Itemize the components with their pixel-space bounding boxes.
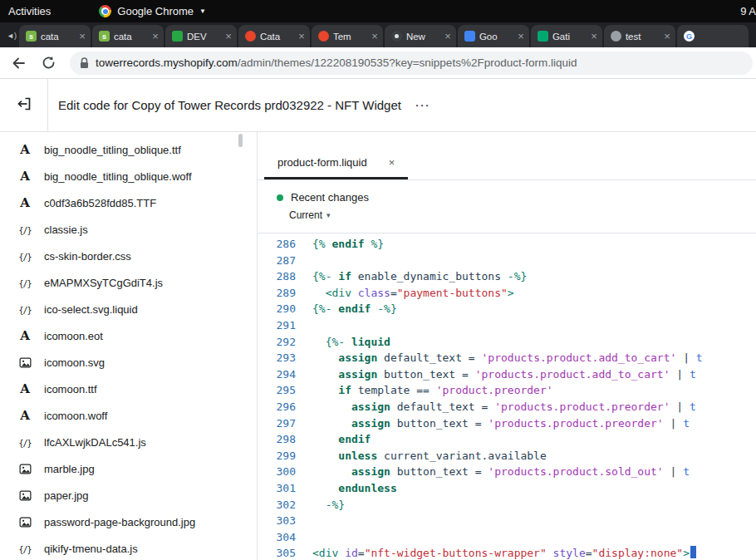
back-button[interactable] [7, 52, 30, 75]
tab-close-icon[interactable]: × [591, 31, 597, 42]
file-list: Abig_noodle_titling_oblique.ttfAbig_nood… [0, 132, 257, 560]
line-number: 297 [258, 415, 306, 432]
file-item[interactable]: {/}classie.js [0, 216, 257, 243]
token [312, 417, 351, 430]
image-file-icon [15, 463, 35, 475]
browser-tab[interactable]: Goo× [458, 25, 529, 47]
file-item[interactable]: Aicomoon.woff [0, 402, 257, 429]
browser-tab[interactable]: Tem× [312, 25, 383, 47]
file-name: password-page-background.jpg [44, 516, 195, 528]
token: unless [338, 449, 377, 462]
browser-tab[interactable]: Gati× [531, 25, 602, 47]
sidebar-scrollbar[interactable] [238, 134, 243, 147]
editor-tab-product-form[interactable]: product-form.liquid × [264, 146, 408, 179]
font-file-icon: A [15, 328, 35, 343]
browser-tab[interactable]: New× [385, 25, 456, 47]
tab-title: DEV [187, 32, 221, 42]
code-text: <div id="nft-widget-buttons-wrapper" sty… [306, 545, 756, 560]
screen: Activities Google Chrome ▼ 9 A ◄) scata×… [0, 0, 756, 560]
line-number: 298 [258, 431, 306, 448]
file-name: marble.jpg [44, 463, 95, 475]
code-line: 289 <div class="payment-buttons"> [258, 285, 756, 302]
close-icon[interactable]: × [389, 156, 395, 169]
code-text: unless current_variant.available [306, 448, 756, 464]
token: = [358, 547, 365, 559]
token [312, 384, 338, 396]
token: current_variant.available [377, 449, 547, 462]
token: -%} [508, 270, 527, 282]
tab-close-icon[interactable]: × [518, 31, 524, 42]
file-item[interactable]: {/}ico-select.svg.liquid [0, 296, 257, 322]
token: t [690, 368, 696, 381]
system-top-bar: Activities Google Chrome ▼ 9 A [0, 0, 756, 22]
browser-tab[interactable]: scata× [92, 25, 164, 47]
token: t [690, 400, 696, 413]
file-item[interactable]: password-page-background.jpg [0, 508, 257, 535]
code-line: 301 endunless [258, 480, 756, 497]
active-app-menu[interactable]: Google Chrome ▼ [99, 5, 206, 17]
line-number: 296 [258, 399, 306, 415]
token: {%- [312, 302, 338, 315]
file-item[interactable]: {/}lfcAXLwjkDALc541.js [0, 429, 257, 455]
back-arrow-icon [10, 55, 27, 71]
tab-title: Cata [260, 32, 294, 42]
file-item[interactable]: Aicomoon.eot [0, 322, 257, 349]
file-item[interactable]: {/}qikify-tmenu-data.js [0, 535, 257, 560]
browser-tab[interactable]: test× [604, 25, 675, 47]
exit-code-editor-button[interactable] [12, 92, 36, 118]
image-file-glyph [19, 489, 32, 502]
token [312, 433, 338, 445]
code-text: -%} [306, 497, 756, 513]
tab-close-icon[interactable]: × [371, 31, 378, 42]
tab-close-icon[interactable]: × [664, 31, 670, 42]
line-number: 287 [258, 253, 306, 269]
browser-tab[interactable]: scata× [19, 25, 91, 47]
tab-close-icon[interactable]: × [79, 31, 86, 42]
code-file-icon: {/} [15, 247, 35, 266]
browser-tab[interactable]: G [677, 25, 749, 47]
token: > [683, 547, 690, 559]
tab-close-icon[interactable]: × [298, 31, 305, 42]
browser-tab[interactable]: DEV× [165, 25, 237, 47]
recent-changes-label: Recent changes [291, 191, 369, 204]
tab-close-icon[interactable]: × [444, 31, 451, 42]
tab-close-icon[interactable]: × [225, 31, 232, 42]
browser-tab[interactable]: Cata× [238, 25, 310, 47]
file-item[interactable]: marble.jpg [0, 455, 257, 482]
code-line: 291 [258, 317, 756, 334]
editor-tab-label: product-form.liquid [277, 156, 367, 169]
token: = [390, 287, 397, 299]
version-dropdown[interactable]: Current ▾ [289, 209, 756, 221]
token [312, 400, 351, 413]
line-number: 303 [258, 513, 306, 529]
file-item[interactable]: Abig_noodle_titling_oblique.ttf [0, 136, 257, 163]
file-item[interactable]: icomoon.svg [0, 349, 257, 376]
reload-button[interactable] [37, 52, 60, 75]
more-actions-button[interactable]: ⋯ [415, 79, 430, 131]
token: 'products.product.add_to_cart' [482, 351, 677, 364]
file-item[interactable]: {/}cs-skin-border.css [0, 243, 257, 269]
address-bar[interactable]: towerrecords.myshopify.com/admin/themes/… [70, 52, 753, 75]
file-name: c0df3a6b528fdd85.TTF [44, 197, 156, 209]
code-editor[interactable]: 286{% endif %}287 288{%- if enable_dynam… [258, 233, 756, 560]
token: if [338, 270, 351, 282]
line-number: 294 [258, 366, 306, 383]
square-favicon [172, 31, 183, 42]
file-item[interactable]: Ac0df3a6b528fdd85.TTF [0, 189, 257, 216]
token: | [664, 465, 683, 478]
line-number: 290 [258, 301, 306, 317]
file-item[interactable]: {/}eMAPMXSyTCgGdiT4.js [0, 269, 257, 296]
token: style [553, 547, 586, 559]
code-text [306, 317, 756, 334]
token: | [676, 351, 695, 364]
tab-close-icon[interactable]: × [152, 31, 159, 42]
activities-button[interactable]: Activities [8, 5, 51, 17]
code-line: 298 endif [258, 431, 756, 448]
image-file-glyph [19, 463, 32, 475]
token [312, 336, 326, 348]
file-name: icomoon.svg [44, 356, 105, 369]
file-item[interactable]: paper.jpg [0, 482, 257, 508]
file-item[interactable]: Abig_noodle_titling_oblique.woff [0, 163, 257, 189]
url-text: towerrecords.myshopify.com/admin/themes/… [96, 56, 577, 69]
file-item[interactable]: Aicomoon.ttf [0, 376, 257, 402]
